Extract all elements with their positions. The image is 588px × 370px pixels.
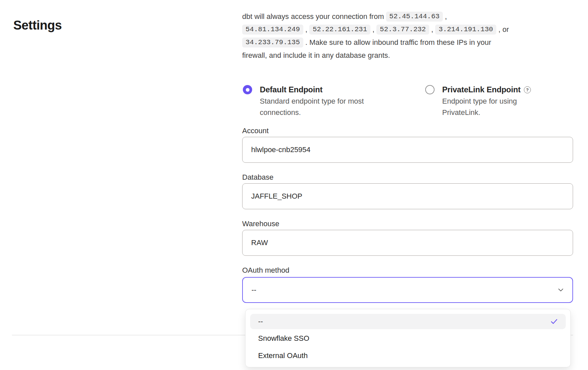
chevron-down-icon <box>557 286 564 295</box>
ip-allowlist-paragraph: dbt will always access your connection f… <box>242 10 578 62</box>
dropdown-option-label: -- <box>258 317 263 326</box>
dropdown-option-label: Snowflake SSO <box>258 334 309 343</box>
privatelink-endpoint-option[interactable]: PrivateLink Endpoint ? Endpoint type for… <box>425 82 531 118</box>
privatelink-endpoint-label: PrivateLink Endpoint <box>442 85 521 94</box>
account-input[interactable] <box>242 137 573 163</box>
ip-chip: 52.45.144.63 <box>386 12 443 22</box>
account-label: Account <box>242 127 269 135</box>
intro-text: , <box>370 25 376 34</box>
warehouse-input[interactable] <box>242 230 573 256</box>
warehouse-label: Warehouse <box>242 220 279 228</box>
database-label: Database <box>242 173 273 182</box>
oauth-method-label: OAuth method <box>242 266 289 275</box>
dropdown-option-none[interactable]: -- <box>250 314 566 329</box>
intro-text: firewall, and include it in any database… <box>242 51 390 60</box>
privatelink-endpoint-radio[interactable] <box>425 85 435 94</box>
default-endpoint-option[interactable]: Default Endpoint Standard endpoint type … <box>243 82 374 118</box>
connection-settings-page: Settings dbt will always access your con… <box>0 0 588 370</box>
default-endpoint-radio[interactable] <box>243 85 252 94</box>
intro-text: , or <box>496 25 509 34</box>
dropdown-option-label: External OAuth <box>258 351 308 360</box>
intro-text: , <box>443 12 447 21</box>
ip-chip: 52.3.77.232 <box>376 25 429 35</box>
ip-chip: 54.81.134.249 <box>242 25 303 35</box>
default-endpoint-label: Default Endpoint <box>260 85 323 94</box>
intro-line: dbt will always access your connection f… <box>242 10 578 23</box>
oauth-method-selected-value: -- <box>251 286 256 294</box>
intro-line: 34.233.79.135 . Make sure to allow inbou… <box>242 36 578 49</box>
intro-line: 54.81.134.249 , 52.22.161.231 , 52.3.77.… <box>242 23 578 36</box>
ip-chip: 52.22.161.231 <box>309 25 370 35</box>
page-title: Settings <box>13 18 62 33</box>
intro-text: , <box>303 25 309 34</box>
intro-text: , <box>429 25 435 34</box>
ip-chip: 34.233.79.135 <box>242 38 303 47</box>
oauth-method-select[interactable]: -- <box>242 277 573 303</box>
check-icon <box>550 317 558 326</box>
ip-chip: 3.214.191.130 <box>435 25 496 35</box>
dropdown-option-snowflake-sso[interactable]: Snowflake SSO <box>245 330 570 347</box>
privatelink-endpoint-description: Endpoint type for using PrivateLink. <box>442 96 529 118</box>
intro-text: dbt will always access your connection f… <box>242 12 386 21</box>
dropdown-option-external-oauth[interactable]: External OAuth <box>245 347 570 364</box>
database-input[interactable] <box>242 183 573 209</box>
oauth-method-dropdown: -- Snowflake SSO External OAuth <box>245 309 571 367</box>
intro-text: . Make sure to allow inbound traffic fro… <box>303 38 491 47</box>
help-icon[interactable]: ? <box>524 86 531 93</box>
default-endpoint-description: Standard endpoint type for most connecti… <box>260 96 374 118</box>
intro-line: firewall, and include it in any database… <box>242 49 578 62</box>
